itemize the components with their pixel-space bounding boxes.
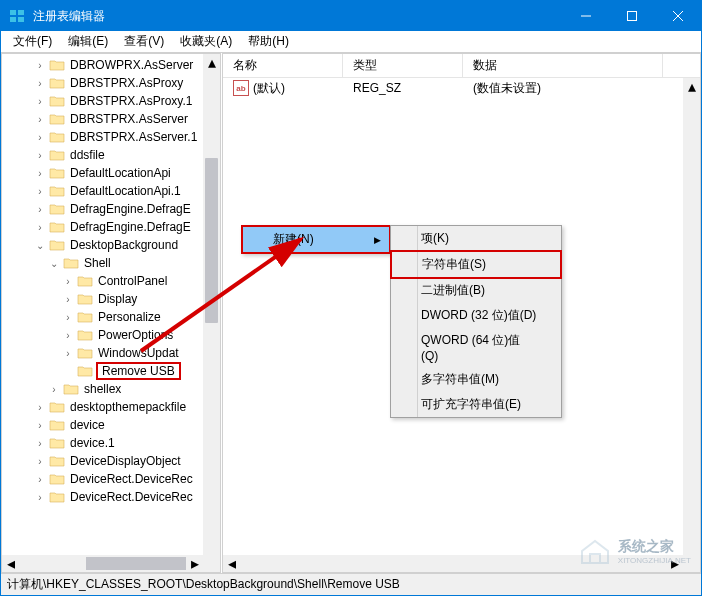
tree-item-label: Remove USB [96, 362, 181, 380]
tree-item[interactable]: ›device.1 [2, 434, 203, 452]
expand-closed-icon[interactable]: › [34, 96, 46, 107]
tree-item[interactable]: ›DBRSTPRX.AsProxy [2, 74, 203, 92]
expand-closed-icon[interactable]: › [34, 204, 46, 215]
folder-icon [77, 346, 93, 360]
maximize-button[interactable] [609, 1, 655, 31]
tree-item[interactable]: ›ddsfile [2, 146, 203, 164]
context-submenu-item[interactable]: 可扩充字符串值(E) [391, 392, 561, 417]
value-name: (默认) [253, 80, 285, 97]
tree-item[interactable]: ⌄DesktopBackground [2, 236, 203, 254]
values-list[interactable]: ab(默认)REG_SZ(数值未设置) [223, 78, 700, 115]
tree-item[interactable]: ›PowerOptions [2, 326, 203, 344]
context-submenu-item[interactable]: 二进制值(B) [391, 278, 561, 303]
menu-view[interactable]: 查看(V) [116, 31, 172, 52]
tree-item[interactable]: ›device [2, 416, 203, 434]
context-submenu-item[interactable]: DWORD (32 位)值(D) [391, 303, 561, 328]
tree-item[interactable]: ›DBRSTPRX.AsProxy.1 [2, 92, 203, 110]
tree-item[interactable]: ›WindowsUpdat [2, 344, 203, 362]
menu-favorites[interactable]: 收藏夹(A) [172, 31, 240, 52]
scroll-right-icon[interactable]: ▸ [186, 555, 203, 572]
tree-item[interactable]: Remove USB [2, 362, 203, 380]
expand-closed-icon[interactable]: › [62, 312, 74, 323]
expand-closed-icon[interactable]: › [34, 168, 46, 179]
tree-item[interactable]: ›DBROWPRX.AsServer [2, 56, 203, 74]
expand-closed-icon[interactable]: › [34, 492, 46, 503]
menu-edit[interactable]: 编辑(E) [60, 31, 116, 52]
menu-help[interactable]: 帮助(H) [240, 31, 297, 52]
context-submenu-item[interactable]: QWORD (64 位)值(Q) [391, 328, 561, 367]
tree-item[interactable]: ›DBRSTPRX.AsServer [2, 110, 203, 128]
context-submenu-item[interactable]: 多字符串值(M) [391, 367, 561, 392]
expand-closed-icon[interactable]: › [34, 60, 46, 71]
tree-item-label: DefaultLocationApi [68, 166, 173, 180]
context-menu[interactable]: 新建(N) ▶ [241, 225, 391, 254]
col-name[interactable]: 名称 [223, 53, 343, 78]
tree-item[interactable]: ›desktopthemepackfile [2, 398, 203, 416]
tree-item[interactable]: ›DeviceRect.DeviceRec [2, 488, 203, 506]
expand-closed-icon[interactable]: › [62, 348, 74, 359]
tree-hscrollbar[interactable]: ◂ ▸ [2, 555, 203, 572]
folder-icon [77, 364, 93, 378]
registry-tree[interactable]: ›DBROWPRX.AsServer›DBRSTPRX.AsProxy›DBRS… [2, 54, 220, 523]
tree-item[interactable]: ›DBRSTPRX.AsServer.1 [2, 128, 203, 146]
expand-closed-icon[interactable]: › [34, 150, 46, 161]
minimize-button[interactable] [563, 1, 609, 31]
scroll-up-icon[interactable]: ▴ [683, 78, 700, 95]
folder-icon [77, 328, 93, 342]
tree-item-label: Personalize [96, 310, 163, 324]
context-menu-new-label: 新建(N) [273, 231, 314, 248]
tree-item[interactable]: ›DefragEngine.DefragE [2, 200, 203, 218]
context-submenu-item[interactable]: 项(K) [391, 226, 561, 251]
tree-item[interactable]: ›ControlPanel [2, 272, 203, 290]
tree-item[interactable]: ›Personalize [2, 308, 203, 326]
expand-closed-icon[interactable]: › [34, 132, 46, 143]
expand-closed-icon[interactable]: › [34, 456, 46, 467]
expand-closed-icon[interactable]: › [34, 420, 46, 431]
folder-icon [49, 220, 65, 234]
expand-closed-icon[interactable]: › [62, 330, 74, 341]
expand-closed-icon[interactable]: › [62, 276, 74, 287]
context-submenu-label: 多字符串值(M) [421, 371, 499, 388]
expand-closed-icon[interactable]: › [48, 384, 60, 395]
tree-item-label: Shell [82, 256, 113, 270]
context-submenu[interactable]: 项(K)字符串值(S)二进制值(B)DWORD (32 位)值(D)QWORD … [390, 225, 562, 418]
window-title: 注册表编辑器 [33, 8, 563, 25]
scroll-up-icon[interactable]: ▴ [203, 54, 220, 71]
expand-closed-icon[interactable]: › [34, 186, 46, 197]
menu-file[interactable]: 文件(F) [5, 31, 60, 52]
tree-vscrollbar[interactable]: ▴ ▾ [203, 54, 220, 572]
expand-closed-icon[interactable]: › [34, 438, 46, 449]
folder-icon [49, 58, 65, 72]
context-menu-new[interactable]: 新建(N) ▶ [241, 225, 391, 254]
tree-item[interactable]: ›DefragEngine.DefragE [2, 218, 203, 236]
close-button[interactable] [655, 1, 701, 31]
context-submenu-item[interactable]: 字符串值(S) [390, 250, 562, 279]
scroll-left-icon[interactable]: ◂ [2, 555, 19, 572]
scroll-left-icon[interactable]: ◂ [223, 555, 240, 572]
tree-panel: ›DBROWPRX.AsServer›DBRSTPRX.AsProxy›DBRS… [1, 53, 221, 573]
folder-icon [49, 454, 65, 468]
expand-closed-icon[interactable]: › [34, 78, 46, 89]
tree-item[interactable]: ›shellex [2, 380, 203, 398]
tree-item[interactable]: ›Display [2, 290, 203, 308]
folder-icon [49, 76, 65, 90]
col-type[interactable]: 类型 [343, 53, 463, 78]
tree-item[interactable]: ›DefaultLocationApi [2, 164, 203, 182]
expand-closed-icon[interactable]: › [34, 402, 46, 413]
folder-icon [49, 94, 65, 108]
col-data[interactable]: 数据 [463, 53, 663, 78]
expand-closed-icon[interactable]: › [62, 294, 74, 305]
expand-open-icon[interactable]: ⌄ [34, 240, 46, 251]
tree-item[interactable]: ›DefaultLocationApi.1 [2, 182, 203, 200]
tree-item[interactable]: ›DeviceDisplayObject [2, 452, 203, 470]
value-row[interactable]: ab(默认)REG_SZ(数值未设置) [223, 78, 683, 98]
expand-closed-icon[interactable]: › [34, 222, 46, 233]
values-vscrollbar[interactable]: ▴ ▾ [683, 78, 700, 572]
expand-closed-icon[interactable]: › [34, 474, 46, 485]
tree-item[interactable]: ⌄Shell [2, 254, 203, 272]
regedit-icon [9, 8, 25, 24]
context-submenu-label: DWORD (32 位)值(D) [421, 307, 536, 324]
tree-item[interactable]: ›DeviceRect.DeviceRec [2, 470, 203, 488]
expand-closed-icon[interactable]: › [34, 114, 46, 125]
expand-open-icon[interactable]: ⌄ [48, 258, 60, 269]
